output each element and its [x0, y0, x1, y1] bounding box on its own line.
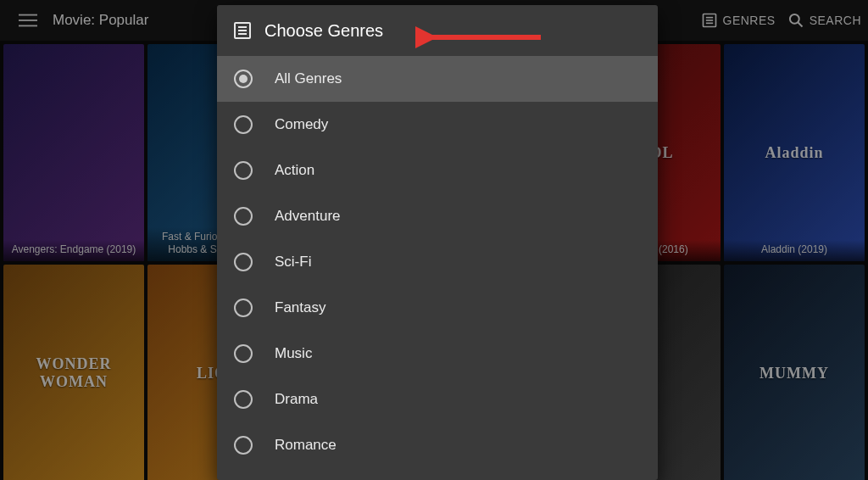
genre-option[interactable]: Comedy — [217, 102, 658, 148]
radio-icon — [234, 253, 253, 271]
genre-option[interactable]: Drama — [217, 377, 658, 422]
genre-option-label: Drama — [275, 391, 318, 408]
list-icon — [232, 20, 253, 41]
genre-option[interactable]: Romance — [217, 422, 658, 468]
genres-dialog: Choose Genres All GenresComedyActionAdve… — [217, 5, 658, 480]
genre-option[interactable]: All Genres — [217, 56, 658, 102]
genre-option-label: Sci-Fi — [275, 254, 311, 271]
genre-option[interactable]: Sci-Fi — [217, 239, 658, 285]
radio-icon — [234, 115, 253, 134]
genre-option-label: Romance — [275, 437, 337, 454]
radio-icon — [234, 390, 253, 409]
genre-option-label: Adventure — [275, 208, 341, 225]
genre-option[interactable]: Action — [217, 148, 658, 193]
genre-option-label: Fantasy — [275, 299, 326, 316]
genre-option-label: Comedy — [275, 116, 328, 133]
radio-icon — [234, 436, 253, 455]
genre-list: All GenresComedyActionAdventureSci-FiFan… — [217, 56, 658, 468]
radio-icon — [234, 207, 253, 226]
genre-option[interactable]: Fantasy — [217, 285, 658, 331]
radio-icon — [234, 70, 253, 88]
genre-option[interactable]: Adventure — [217, 193, 658, 239]
radio-icon — [234, 344, 253, 363]
genre-option[interactable]: Music — [217, 331, 658, 377]
genre-option-label: Music — [275, 345, 312, 362]
radio-icon — [234, 161, 253, 180]
genre-option-label: Action — [275, 162, 314, 179]
dialog-title: Choose Genres — [264, 21, 383, 41]
dialog-header: Choose Genres — [217, 5, 658, 56]
genre-option-label: All Genres — [275, 70, 342, 87]
radio-icon — [234, 299, 253, 317]
